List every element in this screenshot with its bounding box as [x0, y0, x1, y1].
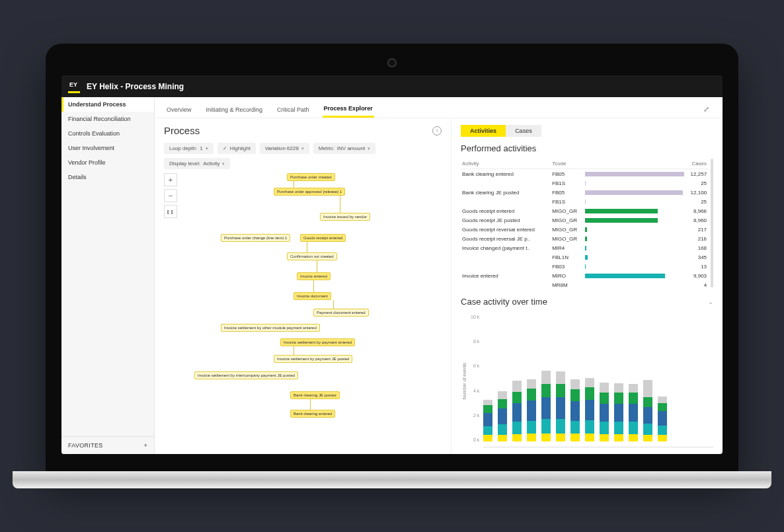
table-row[interactable]: FB0313 [461, 262, 708, 271]
right-tabs: ActivitiesCases [461, 125, 713, 137]
flow-node[interactable]: Invoice settlement by intercompany payme… [194, 371, 298, 379]
flow-node[interactable]: Invoice entered [297, 272, 331, 280]
sidebar-item[interactable]: User Involvement [61, 141, 154, 155]
chart-bar[interactable] [512, 381, 522, 441]
table-row[interactable]: Goods receipt reversal enteredMIGO_GR217 [461, 225, 708, 234]
display-level-control[interactable]: Display level: Activity ▾ [164, 158, 230, 169]
tab[interactable]: Overview [165, 102, 193, 117]
flow-node[interactable]: Goods receipt entered [300, 234, 346, 242]
chart-bar[interactable] [629, 384, 638, 441]
chart-bar[interactable] [658, 397, 667, 441]
flow-node[interactable]: Invoice issued by vendor [320, 213, 370, 221]
process-title: Process [164, 125, 200, 136]
zoom-out-button[interactable]: − [164, 189, 177, 202]
title-bar: EY Helix - Process Mining [61, 75, 723, 97]
flow-node[interactable]: Purchase order change (line item) 1 [221, 234, 290, 242]
canvas-tools: + − ⫾⫾ [164, 173, 177, 447]
flow-edge [310, 399, 311, 410]
expand-icon[interactable]: ⤢ [701, 102, 712, 116]
flow-node[interactable]: Invoice settlement by payment JE posted [274, 355, 352, 363]
table-scrollbar[interactable] [711, 159, 713, 287]
sidebar-item[interactable]: Controls Evaluation [61, 126, 154, 141]
screen: EY Helix - Process Mining Understand Pro… [61, 75, 723, 454]
process-flow-canvas[interactable]: Purchase order createdPurchase order app… [181, 173, 442, 447]
flow-edge [307, 242, 307, 252]
add-favorite-icon[interactable]: + [143, 442, 147, 449]
highlight-toggle[interactable]: ✓ Highlight [217, 143, 256, 154]
flow-edge [340, 196, 340, 213]
table-row[interactable]: Goods receipt JE postedMIGO_GR8,960 [461, 215, 708, 225]
chart-bar[interactable] [570, 379, 580, 441]
y-axis-ticks: 10 k8 k6 k4 k2 k0 k [471, 315, 479, 447]
process-controls: Loop depth: 1 ▾ ✓ Highlight Variation 62… [164, 143, 442, 154]
chart-bar[interactable] [483, 400, 492, 441]
table-row[interactable]: Goods receipt enteredMIGO_GR8,966 [461, 206, 708, 215]
table-row[interactable]: FB1S25 [461, 178, 708, 188]
flow-node[interactable]: Invoice settlement by payment entered [280, 338, 355, 346]
favorites-label: FAVORITES [68, 442, 103, 449]
sidebar-item[interactable]: Details [61, 170, 154, 184]
zoom-in-button[interactable]: + [164, 173, 177, 186]
table-row[interactable]: Goods receipt reversal JE p..MIGO_GR216 [461, 234, 708, 243]
stats-button[interactable]: ⫾⫾ [164, 205, 177, 218]
flow-node[interactable]: Bank clearing JE posted [290, 391, 340, 399]
chart-bar[interactable] [556, 371, 565, 441]
table-row[interactable]: MR8M4 [461, 280, 708, 287]
chevron-down-icon[interactable]: ⌄ [708, 298, 713, 305]
chart-bar[interactable] [585, 378, 594, 441]
app-title: EY Helix - Process Mining [87, 82, 184, 91]
tab[interactable]: Critical Path [276, 102, 311, 117]
sidebar-item[interactable]: Understand Process [61, 97, 154, 112]
flow-edge [313, 280, 314, 292]
sidebar: Understand ProcessFinancial Reconciliati… [61, 97, 155, 454]
table-row[interactable]: Invoice enteredMIRO9,903 [461, 271, 708, 280]
camera-dot [387, 58, 397, 67]
pill-tab[interactable]: Activities [461, 125, 506, 137]
flow-node[interactable]: Invoice document [294, 292, 331, 300]
flow-node[interactable]: Purchase order approved (release) 1 [274, 188, 345, 196]
table-row[interactable]: Bank clearing enteredFB0512,257 [461, 169, 708, 179]
ey-logo [68, 79, 80, 93]
top-tabs: OverviewInitiating & RecordingCritical P… [155, 97, 723, 118]
chart-bar[interactable] [600, 383, 609, 441]
chart-bar[interactable] [527, 379, 536, 441]
chevron-down-icon: ▾ [301, 146, 304, 151]
flow-edge [294, 181, 294, 188]
sidebar-item[interactable]: Vendor Profile [61, 155, 154, 170]
variation-control[interactable]: Variation 6228 ▾ [260, 143, 309, 154]
flow-node[interactable]: Payment document entered [313, 309, 369, 317]
metric-control[interactable]: Metric: INV amount ▾ [313, 143, 375, 154]
table-row[interactable]: FB1S25 [461, 197, 708, 206]
flow-edge [317, 260, 317, 272]
table-row[interactable]: Bank clearing JE postedFB0512,100 [461, 188, 708, 197]
case-activity-chart: Number of events 10 k8 k6 k4 k2 k0 k [461, 315, 713, 447]
table-row[interactable]: Invoice changed (payment t..MIR4168 [461, 243, 708, 252]
loop-depth-control[interactable]: Loop depth: 1 ▾ [164, 143, 214, 154]
laptop-base [13, 471, 771, 488]
info-icon[interactable]: i [432, 126, 442, 135]
pill-tab[interactable]: Cases [506, 125, 541, 137]
flow-node[interactable]: Confirmation not created [287, 252, 337, 260]
sidebar-item[interactable]: Financial Reconciliation [61, 112, 154, 126]
flow-node[interactable]: Purchase order created [287, 173, 335, 181]
chart-bar[interactable] [498, 391, 507, 441]
table-row[interactable]: FBL1N345 [461, 252, 708, 262]
chevron-down-icon: ▾ [222, 161, 225, 167]
tab[interactable]: Initiating & Recording [205, 102, 264, 117]
flow-edge [333, 300, 334, 309]
chart-bar[interactable] [643, 380, 652, 441]
flow-edge [294, 346, 294, 355]
chart-bar[interactable] [541, 371, 551, 441]
analysis-panel: ActivitiesCases Performed activities Act… [451, 118, 723, 454]
flow-node[interactable]: Invoice settlement by other module payme… [221, 324, 320, 332]
chart-bar[interactable] [614, 383, 623, 441]
check-icon: ✓ [223, 145, 227, 151]
tab[interactable]: Process Explorer [323, 101, 374, 118]
y-axis-label: Number of events [461, 363, 467, 399]
laptop-frame: EY Helix - Process Mining Understand Pro… [46, 44, 738, 471]
flow-node[interactable]: Bank clearing entered [290, 410, 335, 418]
favorites-section[interactable]: FAVORITES + [61, 436, 154, 454]
process-panel: Process i Loop depth: 1 ▾ ✓ [155, 118, 451, 454]
performed-activities-table: ActivityTcodeCases Bank clearing entered… [461, 159, 708, 287]
chevron-down-icon: ▾ [368, 146, 370, 151]
